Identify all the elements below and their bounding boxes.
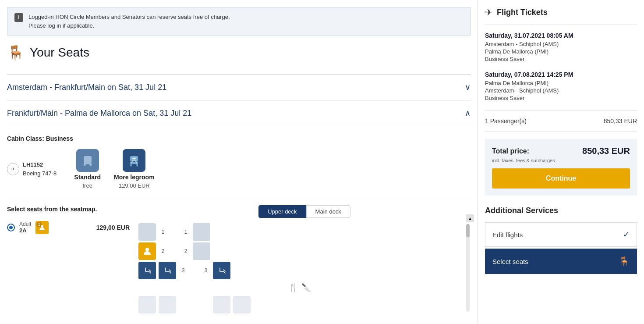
service-edit-flights[interactable]: Edit flights ✓ [485, 222, 637, 247]
flight-ticket-1: Saturday, 31.07.2021 08:05 AM Amsterdam … [485, 32, 637, 62]
flight-info-row: ✈ LH1152 Boeing 747-8 [7, 149, 471, 189]
airline-logo: ✈ [7, 163, 19, 175]
ticket-class-2: Business Saver [485, 95, 637, 101]
seat-bottom-left[interactable] [138, 296, 156, 313]
badge-number: 1 [36, 222, 42, 227]
passenger-seat: 2A [19, 227, 31, 234]
seat-bottom-right[interactable] [213, 296, 230, 313]
flight-section-2: Frankfurt/Main - Palma de Mallorca on Sa… [7, 100, 471, 322]
legroom-seat-icon [123, 149, 145, 172]
passenger-type: Adult [19, 221, 31, 227]
seat-option-legroom[interactable]: More legroom 129,00 EUR [114, 149, 155, 189]
flight-route-1: Amsterdam - Frankfurt/Main on Sat, 31 Ju… [7, 83, 166, 92]
ticket-class-1: Business Saver [485, 56, 637, 62]
info-icon: i [14, 13, 23, 22]
scrollbar-thumb[interactable] [466, 224, 470, 237]
aircraft-type: Boeing 747-8 [23, 169, 57, 178]
flight-route-2: Frankfurt/Main - Palma de Mallorca on Sa… [7, 109, 191, 118]
seat-3a-left[interactable] [138, 262, 156, 279]
scroll-up-button[interactable]: ▲ [466, 214, 474, 222]
total-row: Total price: 850,33 EUR [492, 146, 630, 156]
deck-tabs: Upper deck Main deck [138, 205, 471, 218]
info-line1: Logged-in HON Circle Members and Senator… [28, 14, 230, 20]
airline-details: LH1152 Boeing 747-8 [23, 160, 57, 178]
seatmap-prompt: Select seats from the seatmap. [7, 205, 130, 214]
your-seats-header: 🪑 Your Seats [7, 44, 471, 65]
seat-1-left[interactable] [138, 223, 156, 241]
passengers-label: 1 Passenger(s) [485, 117, 527, 125]
info-line2: Please log in if applicable. [28, 22, 94, 29]
legroom-price: 129,00 EUR [119, 182, 150, 189]
seat-row-1: 1 1 [138, 223, 461, 241]
continue-button[interactable]: Continue [492, 168, 630, 189]
tab-main-deck[interactable]: Main deck [306, 205, 350, 218]
sidebar: ✈ Flight Tickets Saturday, 31.07.2021 08… [478, 0, 644, 324]
seat-option-standard[interactable]: Standard free [74, 149, 101, 189]
flight-details-2: Cabin Class: Business ✈ LH1152 Boeing 74… [7, 126, 471, 322]
add-services-title: Additional Services [485, 206, 637, 215]
seat-row-bottom [138, 296, 461, 313]
seat-2-left[interactable] [138, 242, 156, 260]
seatmap-grid: 1 1 [138, 223, 461, 313]
radio-inner [9, 226, 13, 229]
svg-rect-0 [84, 156, 92, 162]
flight-ticket-2: Saturday, 07.08.2021 14:25 PM Palma De M… [485, 71, 637, 101]
row-num-right-2: 2 [181, 248, 190, 254]
standard-price: free [82, 182, 92, 189]
seatmap-visual: Upper deck Main deck 1 [138, 205, 471, 313]
flight-section-1: Amsterdam - Frankfurt/Main on Sat, 31 Ju… [7, 74, 471, 100]
seat-bottom-right2[interactable] [233, 296, 251, 313]
fork-icon: 🍴 [288, 283, 298, 292]
seatmap-section: Select seats from the seatmap. Adult 2A … [7, 198, 471, 313]
divider-2 [485, 110, 637, 110]
row-num-right-3: 3 [202, 267, 210, 274]
flight-accordion-2[interactable]: Frankfurt/Main - Palma de Mallorca on Sa… [7, 100, 471, 126]
seats-icon: 🪑 [619, 256, 630, 267]
tab-upper-deck[interactable]: Upper deck [258, 205, 306, 218]
chevron-up-icon: ∧ [465, 108, 471, 118]
seatmap-controls: Select seats from the seatmap. Adult 2A … [7, 205, 130, 313]
ticket-date-2: Saturday, 07.08.2021 14:25 PM [485, 71, 637, 78]
seat-3b-left[interactable] [159, 262, 176, 279]
total-amount: 850,33 EUR [582, 146, 630, 156]
passenger-row[interactable]: Adult 2A 1 129,00 EUR [7, 221, 130, 234]
info-banner-text: Logged-in HON Circle Members and Senator… [28, 13, 230, 30]
seat-2-right[interactable] [193, 242, 210, 260]
passenger-label-col: Adult 2A [19, 221, 31, 234]
passenger-price: 129,00 EUR [96, 224, 130, 231]
standard-label: Standard [74, 174, 101, 181]
chevron-down-icon: ∨ [465, 82, 471, 92]
sidebar-title: Flight Tickets [497, 8, 548, 17]
additional-services: Additional Services Edit flights ✓ Selec… [485, 206, 637, 274]
seat-3a-right[interactable] [213, 262, 230, 279]
info-banner: i Logged-in HON Circle Members and Senat… [7, 7, 471, 36]
passenger-radio[interactable] [7, 224, 15, 231]
service-edit-label: Edit flights [492, 231, 523, 239]
passengers-price: 850,33 EUR [604, 117, 637, 125]
flight-number: LH1152 [23, 160, 57, 169]
flight-accordion-1[interactable]: Amsterdam - Frankfurt/Main on Sat, 31 Ju… [7, 75, 471, 100]
total-price-box: Total price: 850,33 EUR incl. taxes, fee… [485, 139, 637, 196]
seat-row-2: 2 2 [138, 242, 461, 260]
seat-bottom-left2[interactable] [159, 296, 176, 313]
seat-type-options: Standard free [74, 149, 154, 189]
ticket-to-2: Amsterdam - Schiphol (AMS) [485, 87, 637, 94]
scrollbar-track[interactable] [466, 224, 470, 312]
row-num-right-1: 1 [181, 229, 190, 235]
ticket-to-1: Palma De Mallorca (PMI) [485, 48, 637, 55]
row-num-left-2: 2 [159, 248, 167, 254]
seat-1-right[interactable] [193, 223, 210, 241]
passengers-summary: 1 Passenger(s) 850,33 EUR [485, 117, 637, 125]
selected-seat-badge: 1 [35, 221, 49, 234]
divider-bar: 🍴 🔪 [138, 281, 461, 294]
svg-point-7 [145, 248, 149, 251]
sidebar-header: ✈ Flight Tickets [485, 7, 637, 18]
service-select-seats[interactable]: Select seats 🪑 [485, 249, 637, 274]
airline-info: ✈ LH1152 Boeing 747-8 [7, 160, 57, 178]
svg-rect-2 [84, 164, 85, 166]
divider-3 [485, 132, 637, 132]
incl-text: incl. taxes, fees & surcharges [492, 158, 630, 163]
row-num-left-1: 1 [159, 229, 167, 235]
seat-icon: 🪑 [7, 44, 25, 61]
divider-1 [485, 25, 637, 25]
